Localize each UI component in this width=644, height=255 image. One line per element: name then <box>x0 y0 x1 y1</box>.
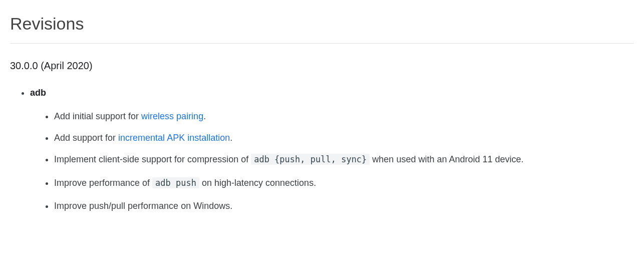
change-text: Improve push/pull performance on Windows… <box>54 201 232 211</box>
change-item: Add initial support for wireless pairing… <box>54 109 634 124</box>
tool-name: adb <box>30 88 46 98</box>
change-text: when used with an Android 11 device. <box>370 154 523 164</box>
tool-item: adb Add initial support for wireless pai… <box>30 86 634 213</box>
change-text: . <box>230 133 232 143</box>
divider <box>10 43 634 44</box>
change-text: Improve performance of <box>54 178 152 188</box>
change-item: Improve push/pull performance on Windows… <box>54 199 634 213</box>
incremental-apk-link[interactable]: incremental APK installation <box>118 133 230 143</box>
change-text: on high-latency connections. <box>199 178 316 188</box>
code-snippet: adb {push, pull, sync} <box>251 154 370 165</box>
change-text: Add initial support for <box>54 111 141 121</box>
change-text: Implement client-side support for compre… <box>54 154 251 164</box>
change-text: Add support for <box>54 133 118 143</box>
change-item: Implement client-side support for compre… <box>54 152 634 167</box>
wireless-pairing-link[interactable]: wireless pairing <box>141 111 203 121</box>
change-item: Add support for incremental APK installa… <box>54 131 634 145</box>
version-heading: 30.0.0 (April 2020) <box>10 58 634 74</box>
change-text: . <box>203 111 206 121</box>
revision-list: adb Add initial support for wireless pai… <box>10 86 634 213</box>
code-snippet: adb push <box>152 177 199 188</box>
change-list: Add initial support for wireless pairing… <box>30 109 634 213</box>
change-item: Improve performance of adb push on high-… <box>54 176 634 190</box>
page-heading: Revisions <box>10 10 634 37</box>
